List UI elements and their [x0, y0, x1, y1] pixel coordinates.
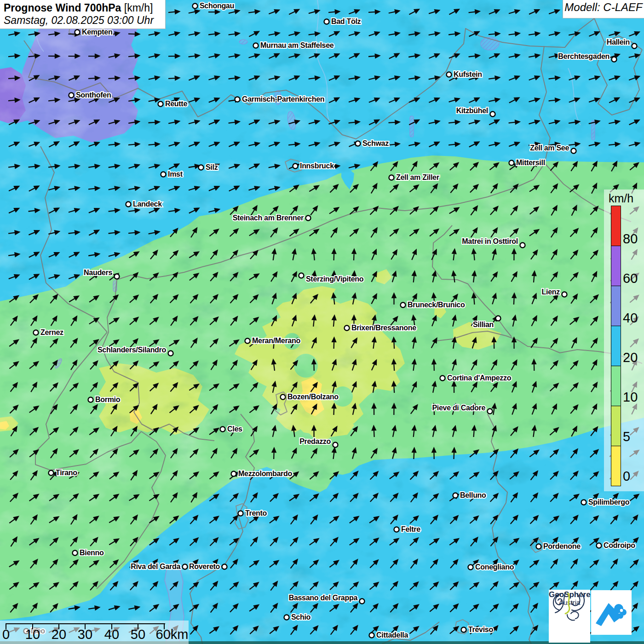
city-dot	[299, 273, 304, 278]
city-marker: Silz	[199, 163, 218, 171]
legend-colorbar	[611, 206, 621, 486]
wind-speed-legend: km/h 806040201050	[604, 190, 644, 491]
city-label: Zell am Ziller	[396, 173, 439, 181]
legend-tick-label: 60	[623, 271, 638, 286]
legend-segment	[611, 446, 621, 486]
city-dot	[401, 303, 406, 308]
mountain-cloud-icon	[591, 590, 632, 635]
city-marker: Cles	[220, 425, 242, 433]
city-marker: Garmisch-Partenkirchen	[235, 95, 325, 103]
city-dot	[333, 443, 338, 448]
city-label: Zernez	[40, 328, 63, 336]
city-label: Bormio	[95, 396, 121, 403]
city-label: Mittersill	[516, 159, 545, 167]
city-label: Kitzbühel	[456, 107, 488, 115]
map-scale-bar: 0102030405060km	[0, 621, 189, 644]
city-dot	[562, 292, 567, 297]
city-label: Schongau	[200, 2, 234, 10]
city-label: Feltre	[401, 525, 420, 533]
page-title: Prognose Wind 700hPa [km/h]	[4, 2, 161, 14]
city-dot	[571, 149, 576, 154]
city-dot	[88, 397, 93, 402]
city-dot	[345, 326, 350, 331]
city-dot	[284, 615, 289, 620]
city-label: Kempten	[82, 28, 112, 36]
legend-segment	[611, 406, 621, 446]
city-dot	[632, 44, 637, 49]
city-dot	[394, 527, 399, 532]
city-label: Schio	[291, 613, 311, 621]
city-marker: Murnau am Staffelsee	[253, 41, 334, 49]
lake-staffelsee	[239, 40, 247, 44]
wind-forecast-screenshot: SchongauBad TölzKemptenMurnau am Staffel…	[0, 0, 644, 644]
city-marker: Zell am Ziller	[389, 173, 439, 181]
city-marker: Meran/Merano	[245, 337, 301, 345]
city-dot	[158, 102, 163, 107]
city-label: Bassano del Grappa	[289, 594, 358, 602]
city-label: Sterzing/Vipiteno	[306, 275, 364, 283]
city-dot	[360, 599, 365, 604]
city-label: Cles	[227, 425, 242, 433]
scale-tick-label: 40	[104, 627, 119, 642]
city-label: Schwaz	[362, 139, 389, 147]
mountain-cloud-logo	[591, 590, 632, 635]
scale-tick-label: 60km	[156, 627, 189, 642]
city-label: Treviso	[468, 626, 493, 633]
legend-segment	[611, 246, 621, 286]
scale-tick-label: 50	[131, 627, 145, 642]
city-label: Murnau am Staffelsee	[260, 41, 334, 49]
legend-tick-label: 80	[623, 231, 638, 246]
legend-segment	[611, 286, 621, 326]
city-marker: Cortina d'Ampezzo	[440, 374, 512, 382]
city-label: Conegliano	[475, 563, 514, 571]
city-marker: Bozen/Bolzano	[281, 393, 339, 401]
title-box: Prognose Wind 700hPa [km/h] Samstag, 02.…	[0, 0, 166, 29]
city-marker: Conegliano	[468, 563, 514, 571]
city-dot	[597, 543, 602, 548]
city-dot	[126, 202, 131, 207]
city-dot	[389, 175, 394, 180]
city-label: Predazzo	[299, 437, 331, 445]
city-dot	[231, 472, 236, 477]
city-label: Bozen/Bolzano	[288, 393, 339, 401]
city-label: Schlanders/Silandro	[98, 346, 167, 354]
city-label: Pordenone	[543, 542, 581, 550]
city-dot	[168, 351, 173, 356]
city-marker: Mezzolombardo	[231, 470, 293, 477]
city-dot	[468, 565, 473, 570]
city-label: Tirano	[56, 469, 77, 477]
city-dot	[520, 243, 525, 248]
scale-line	[6, 623, 165, 624]
city-dot	[496, 316, 501, 321]
city-dot	[34, 330, 39, 335]
city-label: Cortina d'Ampezzo	[447, 374, 512, 382]
city-dot	[369, 633, 374, 638]
lake-koenigssee	[592, 121, 595, 140]
city-dot	[453, 493, 458, 498]
legend-unit-label: km/h	[604, 192, 638, 205]
city-label: Rovereto	[189, 563, 220, 570]
lake-achensee	[410, 116, 414, 137]
city-label: Pieve di Cadore	[432, 404, 485, 412]
city-marker: Bruneck/Brunico	[401, 301, 465, 309]
city-dot	[73, 551, 78, 556]
city-dot	[253, 43, 259, 48]
city-label: Meran/Merano	[252, 337, 300, 345]
geosphere-contours-icon	[549, 590, 590, 623]
city-dot	[581, 500, 586, 505]
city-label: Silz	[206, 163, 218, 171]
city-label: Zell am See	[530, 144, 569, 152]
city-dot	[75, 30, 80, 35]
city-dot	[161, 172, 166, 177]
city-dot	[69, 93, 74, 98]
scale-tick-label: 20	[52, 627, 66, 642]
city-dot	[447, 72, 452, 77]
legend-segment	[611, 206, 621, 246]
city-dot	[238, 511, 243, 516]
city-dot	[612, 57, 617, 62]
legend-tick-label: 0	[623, 469, 630, 483]
city-label: Nauders	[84, 269, 112, 276]
legend-segment	[611, 366, 621, 406]
scale-tick-label: 10	[25, 627, 40, 642]
scale-tick-label: 30	[78, 627, 92, 642]
